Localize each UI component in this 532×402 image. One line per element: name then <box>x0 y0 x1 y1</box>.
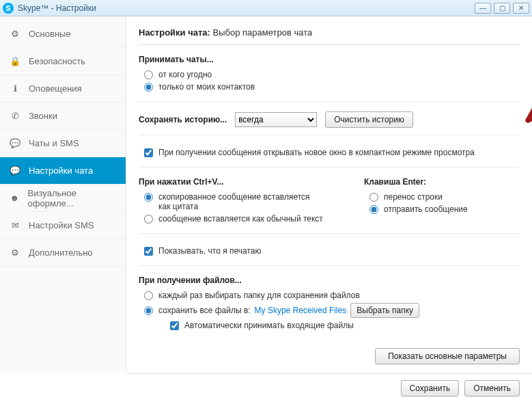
auto-accept-checkbox-row[interactable]: Автоматически принимать входящие файлы <box>170 321 520 330</box>
enter-title: Клавиша Enter: <box>364 177 468 187</box>
cancel-button[interactable]: Отменить <box>464 380 520 397</box>
close-button[interactable]: ✕ <box>513 3 529 14</box>
sidebar-item-sms-settings[interactable]: ✉ Настройки SMS <box>0 212 126 239</box>
sidebar-item-calls[interactable]: ✆ Звонки <box>0 103 126 130</box>
checkbox-label: При получении сообщения открывать новое … <box>158 148 475 157</box>
info-icon: ℹ <box>10 83 20 94</box>
sidebar-item-label: Настройки чата <box>29 165 93 176</box>
sidebar-item-label: Визуальное оформле... <box>28 188 116 209</box>
sidebar-item-advanced[interactable]: ⚙ Дополнительно <box>0 239 126 267</box>
radio-label: от кого угодно <box>158 70 212 79</box>
page-header: Настройки чата: Выбор параметров чата <box>139 23 520 45</box>
page-title-rest: Выбор параметров чата <box>210 27 312 38</box>
checkbox-label: Показывать, что я печатаю <box>158 246 261 256</box>
sidebar-item-label: Настройки SMS <box>29 220 94 230</box>
sidebar-item-chat-settings[interactable]: 💬 Настройки чата <box>0 157 126 185</box>
radio-label: отправить сообщение <box>384 204 468 214</box>
sidebar-item-label: Основные <box>29 29 71 39</box>
radio-accept-contacts-input[interactable] <box>144 83 153 92</box>
radio-enter-send-input[interactable] <box>369 205 378 214</box>
auto-accept-checkbox[interactable] <box>170 321 179 330</box>
radio-label: каждый раз выбирать папку для сохранения… <box>158 291 360 300</box>
radio-enter-newline[interactable]: перенос строки <box>369 192 468 202</box>
maximize-button[interactable]: ▢ <box>494 3 510 14</box>
phone-icon: ✆ <box>10 111 20 122</box>
content-pane: Настройки чата: Выбор параметров чата Пр… <box>126 16 532 372</box>
radio-paste-plain[interactable]: сообщение вставляется как обычный текст <box>144 214 323 224</box>
radio-files-ask-input[interactable] <box>144 291 153 300</box>
radio-accept-contacts[interactable]: только от моих контактов <box>144 82 520 92</box>
radio-paste-quote[interactable]: скопированное сообщение вставляется как … <box>144 192 323 211</box>
sidebar-item-label: Чаты и SMS <box>29 138 79 148</box>
typing-checkbox[interactable] <box>144 247 153 256</box>
typing-checkbox-row[interactable]: Показывать, что я печатаю <box>144 246 520 256</box>
history-label: Сохранять историю... <box>139 115 227 124</box>
sidebar-item-label: Оповещения <box>29 83 82 94</box>
sidebar-item-security[interactable]: 🔒 Безопасность <box>0 48 126 75</box>
sidebar-item-notifications[interactable]: ℹ Оповещения <box>0 75 126 103</box>
chat-icon: 💬 <box>10 138 20 149</box>
radio-label: только от моих контактов <box>158 82 255 92</box>
sms-icon: ✉ <box>10 220 20 231</box>
files-title: При получении файлов... <box>139 276 520 285</box>
sidebar-item-general[interactable]: ⚙ Основные <box>0 21 126 48</box>
titlebar: S Skype™ - Настройки — ▢ ✕ <box>0 0 532 16</box>
radio-label: сохранить все файлы в: <box>158 306 251 315</box>
files-folder-link[interactable]: My Skype Received Files <box>255 306 347 315</box>
page-title-bold: Настройки чата: <box>139 27 210 38</box>
sidebar-item-visual[interactable]: ☻ Визуальное оформле... <box>0 185 126 212</box>
sidebar-item-label: Безопасность <box>29 56 85 66</box>
compact-view-checkbox-row[interactable]: При получении сообщения открывать новое … <box>144 148 520 157</box>
sidebar: ⚙ Основные 🔒 Безопасность ℹ Оповещения ✆… <box>0 16 126 372</box>
window-title: Skype™ - Настройки <box>18 3 96 13</box>
footer: Сохранить Отменить <box>126 373 532 402</box>
choose-folder-button[interactable]: Выбрать папку <box>350 303 419 318</box>
radio-label: сообщение вставляется как обычный текст <box>158 214 323 224</box>
radio-accept-anyone-input[interactable] <box>144 70 153 79</box>
sidebar-item-chat-sms[interactable]: 💬 Чаты и SMS <box>0 130 126 157</box>
radio-label: скопированное сообщение вставляется как … <box>158 192 323 211</box>
radio-paste-plain-input[interactable] <box>144 215 153 224</box>
radio-label: перенос строки <box>384 192 443 202</box>
sidebar-item-label: Звонки <box>29 111 57 121</box>
clear-history-button[interactable]: Очистить историю <box>325 111 413 128</box>
radio-files-ask[interactable]: каждый раз выбирать папку для сохранения… <box>144 291 520 300</box>
smiley-icon: ☻ <box>10 193 20 204</box>
history-select[interactable]: всегда <box>235 112 317 127</box>
radio-enter-newline-input[interactable] <box>369 193 378 202</box>
chat-settings-icon: 💬 <box>10 165 20 176</box>
minimize-button[interactable]: — <box>475 3 491 14</box>
radio-paste-quote-input[interactable] <box>144 193 153 202</box>
paste-title: При нажатии Ctrl+V... <box>139 177 323 187</box>
checkbox-label: Автоматически принимать входящие файлы <box>184 321 354 330</box>
radio-enter-send[interactable]: отправить сообщение <box>369 204 468 214</box>
cog-icon: ⚙ <box>10 247 20 258</box>
show-basic-params-button[interactable]: Показать основные параметры <box>375 348 520 364</box>
save-button[interactable]: Сохранить <box>401 380 460 397</box>
gear-icon: ⚙ <box>10 29 20 40</box>
accept-chats-title: Принимать чаты... <box>139 55 520 64</box>
skype-logo-icon: S <box>3 3 14 14</box>
radio-accept-anyone[interactable]: от кого угодно <box>144 70 520 79</box>
compact-view-checkbox[interactable] <box>144 148 153 157</box>
radio-files-saveto-input[interactable] <box>144 306 153 315</box>
lock-icon: 🔒 <box>10 56 20 67</box>
sidebar-item-label: Дополнительно <box>29 247 93 258</box>
